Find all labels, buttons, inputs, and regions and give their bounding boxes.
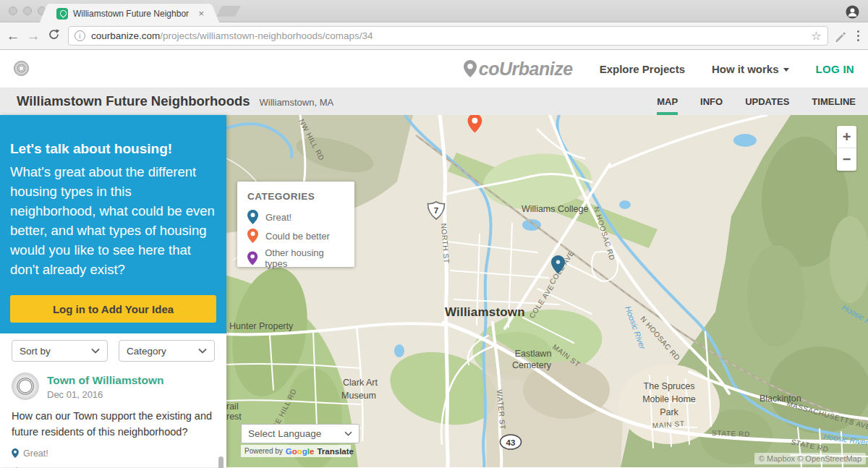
translate-widget: Select Language Powered by Google Transl… — [241, 424, 359, 457]
label-hunter-property: Hunter Property — [229, 321, 294, 331]
reload-button[interactable] — [43, 28, 64, 43]
comment-category: Great! — [23, 448, 48, 459]
browser-toolbar: ← → i courbanize.com/projects/williamsto… — [0, 22, 868, 50]
label-spruces-3: Park — [660, 407, 678, 417]
prompt-panel: Let's talk about housing! What's great a… — [0, 115, 226, 333]
comment-category-row: Great! — [12, 448, 215, 459]
map-attribution[interactable]: © Mapbox © OpenStreetMap — [754, 453, 866, 464]
label-eastlawn: Eastlawn — [515, 349, 552, 359]
site-favicon-icon — [56, 8, 68, 20]
legend-label: Great! — [265, 212, 292, 223]
comment-date: Dec 01, 2016 — [47, 389, 163, 400]
legend-title: CATEGORIES — [247, 191, 344, 202]
route-shield-43: 43 — [501, 435, 522, 449]
category-dropdown[interactable]: Category — [119, 340, 215, 362]
comment-card: Town of Williamstown Dec 01, 2016 How ca… — [12, 373, 215, 468]
sort-by-label: Sort by — [20, 346, 51, 357]
browser-menu-icon[interactable] — [857, 30, 860, 42]
project-header: Williamstown Future Neighborhoods Willia… — [0, 88, 868, 115]
extension-icon[interactable] — [834, 30, 847, 43]
tab-timeline[interactable]: TIMELINE — [812, 88, 856, 115]
select-language-dropdown[interactable]: Select Language — [241, 424, 359, 443]
tab-map[interactable]: MAP — [657, 88, 678, 115]
label-spruces-1: The Spruces — [644, 381, 695, 391]
tab-title: Williamstown Future Neighbor — [73, 9, 189, 19]
log-in-button[interactable]: LOG IN — [816, 63, 854, 75]
zoom-out-button[interactable]: − — [837, 148, 856, 171]
chevron-down-icon — [91, 348, 100, 354]
comment-text: How can our Town support the existing an… — [12, 409, 215, 441]
label-clark-art: Clark Art — [343, 378, 378, 388]
legend-item-other-housing: Other housing types — [247, 247, 344, 269]
pin-icon — [247, 210, 258, 224]
sidebar-scrollbar[interactable] — [218, 456, 224, 468]
project-tabs: MAP INFO UPDATES TIMELINE — [657, 88, 856, 115]
label-hoosic-river-mid: Hoosic River — [624, 305, 647, 352]
close-window-button[interactable] — [9, 7, 17, 15]
legend-item-could-be-better: Could be better — [247, 229, 344, 243]
project-title: Williamstown Future Neighborhoods — [17, 93, 250, 109]
tab-updates[interactable]: UPDATES — [745, 88, 789, 115]
powered-by-label: Powered by — [244, 447, 283, 455]
comment-author-link[interactable]: Town of Williamstown — [47, 374, 163, 387]
minimize-window-button[interactable] — [23, 7, 32, 15]
label-n-hoosac-lower: N HOOSAC RD — [639, 315, 681, 362]
tab-close-icon[interactable]: × — [198, 9, 204, 18]
select-language-label: Select Language — [248, 428, 321, 439]
map-zoom-control: + − — [837, 126, 856, 171]
pin-icon — [12, 448, 19, 458]
label-forest-partial: rest — [226, 412, 242, 422]
map-container: 7 43 NW HILL RD NORTH ST Williams Colleg… — [226, 115, 868, 467]
browser-tabstrip: Williamstown Future Neighbor × — [0, 0, 868, 22]
add-idea-button[interactable]: Log in to Add Your Idea — [10, 295, 216, 323]
logo-text: coUrbanize — [479, 59, 573, 80]
label-cemetery: Cemetery — [512, 360, 552, 370]
sidebar: Let's talk about housing! What's great a… — [0, 115, 226, 467]
app-window: Williamstown Future Neighbor × ← → i cou… — [0, 0, 868, 468]
label-north-st: NORTH ST — [440, 223, 451, 263]
back-button[interactable]: ← — [3, 29, 23, 43]
nav-how-it-works-label: How it works — [712, 63, 779, 75]
logo-pin-icon — [463, 60, 477, 77]
chevron-down-icon — [783, 68, 789, 72]
browser-tab[interactable]: Williamstown Future Neighbor × — [49, 4, 210, 23]
category-label: Category — [127, 346, 166, 357]
svg-text:7: 7 — [434, 206, 438, 215]
chevron-down-icon — [344, 431, 352, 436]
window-controls — [9, 7, 46, 15]
legend-label: Could be better — [265, 231, 330, 242]
town-seal-logo[interactable] — [14, 61, 29, 76]
reload-icon — [48, 28, 60, 41]
new-tab-button[interactable] — [216, 6, 241, 17]
url-text: courbanize.com/projects/williamstown-nei… — [91, 30, 373, 41]
route-shield-us7: 7 — [427, 202, 444, 219]
tab-info[interactable]: INFO — [700, 88, 723, 115]
zoom-in-button[interactable]: + — [837, 126, 856, 148]
prompt-title: Let's talk about housing! — [10, 141, 216, 157]
google-logo: Google — [286, 447, 315, 456]
marker-could-be-better[interactable] — [468, 115, 482, 132]
categories-legend: CATEGORIES Great! Could be better — [237, 182, 354, 267]
nav-how-it-works[interactable]: How it works — [712, 63, 789, 75]
bookmark-star-icon[interactable]: ☆ — [811, 30, 821, 42]
map-canvas[interactable]: 7 43 NW HILL RD NORTH ST Williams Colleg… — [226, 115, 868, 467]
label-museum: Museum — [341, 391, 376, 401]
filter-row: Sort by Category — [12, 340, 215, 362]
label-williams-college: Williams College — [522, 204, 588, 214]
sort-by-dropdown[interactable]: Sort by — [12, 340, 108, 362]
svg-text:43: 43 — [506, 438, 516, 447]
nav-explore-projects[interactable]: Explore Projects — [600, 63, 685, 75]
translate-label: Translate — [317, 447, 354, 456]
avatar — [12, 373, 39, 400]
powered-by-google: Powered by Google Translate — [241, 445, 351, 457]
prompt-body: What's great about the different housing… — [10, 162, 216, 279]
url-path: /projects/williamstown-neighborhoods/com… — [160, 30, 373, 41]
browser-profile-icon[interactable] — [846, 5, 859, 19]
url-domain: courbanize.com — [91, 30, 160, 41]
page-info-icon[interactable]: i — [75, 30, 85, 41]
forward-button[interactable]: → — [23, 29, 43, 43]
address-bar[interactable]: i courbanize.com/projects/williamstown-n… — [68, 26, 828, 46]
legend-item-great: Great! — [247, 210, 344, 224]
courbanize-logo[interactable]: coUrbanize — [463, 59, 573, 80]
label-spruces-2: Mobile Home — [642, 394, 696, 404]
